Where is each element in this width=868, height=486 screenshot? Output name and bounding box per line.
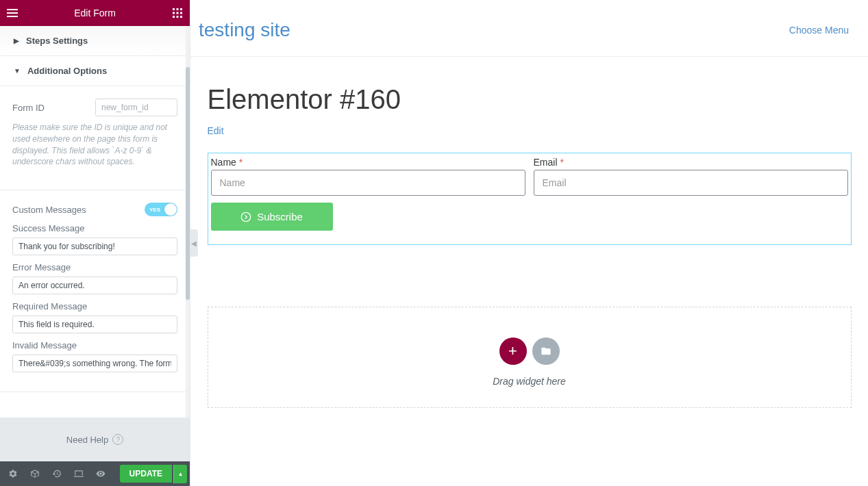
form-id-label: Form ID xyxy=(12,103,45,113)
responsive-icon[interactable] xyxy=(69,463,89,484)
svg-rect-11 xyxy=(180,16,182,18)
site-header: testing site Choose Menu xyxy=(190,0,868,57)
toggle-on-label: YES xyxy=(149,207,160,213)
section-additional-options: ▼ Additional Options Form ID Please make… xyxy=(0,56,190,392)
folder-icon xyxy=(541,346,551,357)
invalid-message-input[interactable] xyxy=(12,355,177,372)
svg-rect-6 xyxy=(173,12,175,14)
svg-rect-10 xyxy=(177,16,179,18)
email-input[interactable] xyxy=(534,170,848,196)
svg-rect-7 xyxy=(177,12,179,14)
error-message-input[interactable] xyxy=(12,277,177,294)
svg-rect-1 xyxy=(7,12,18,14)
history-icon[interactable] xyxy=(47,463,67,484)
drop-zone-hint: Drag widget here xyxy=(208,376,851,387)
success-message-label: Success Message xyxy=(12,223,177,233)
sidebar-collapse-handle[interactable]: ◀ xyxy=(190,229,198,257)
required-message-label: Required Message xyxy=(12,301,177,311)
drop-zone[interactable]: + Drag widget here xyxy=(208,307,852,408)
svg-rect-8 xyxy=(180,12,182,14)
caret-down-icon: ▼ xyxy=(14,67,21,75)
update-options-button[interactable]: ▲ xyxy=(173,465,187,483)
email-label: Email * xyxy=(534,157,564,168)
settings-icon[interactable] xyxy=(3,463,23,484)
need-help-bar[interactable]: Need Help ? xyxy=(0,418,190,461)
page-title: Elementor #160 xyxy=(208,84,852,115)
name-field: Name * xyxy=(211,156,525,196)
form-widget[interactable]: Name * Email * Subscribe xyxy=(208,153,852,245)
help-icon: ? xyxy=(112,434,123,445)
navigator-icon[interactable] xyxy=(25,463,45,484)
sidebar-footer: UPDATE ▲ xyxy=(0,461,190,486)
sidebar-body: ▶ Steps Settings ▼ Additional Options Fo… xyxy=(0,26,190,418)
section-label: Steps Settings xyxy=(26,36,88,46)
preview-area: testing site Choose Menu Elementor #160 … xyxy=(190,0,868,486)
success-message-input[interactable] xyxy=(12,238,177,255)
custom-messages-toggle[interactable]: YES xyxy=(145,203,177,216)
choose-menu-link[interactable]: Choose Menu xyxy=(789,25,849,36)
svg-rect-0 xyxy=(7,9,18,10)
email-field: Email * xyxy=(534,156,848,196)
editor-sidebar: Edit Form ▶ Steps Settings ▼ Additional … xyxy=(0,0,190,486)
form-id-hint: Please make sure the ID is unique and no… xyxy=(12,122,177,168)
sidebar-header: Edit Form xyxy=(0,0,190,26)
svg-rect-4 xyxy=(177,8,179,10)
svg-rect-3 xyxy=(173,8,175,10)
templates-button[interactable] xyxy=(532,337,560,365)
section-label: Additional Options xyxy=(27,66,107,76)
preview-icon[interactable] xyxy=(90,463,111,484)
subscribe-button[interactable]: Subscribe xyxy=(211,203,333,231)
scrollbar-thumb[interactable] xyxy=(186,67,190,300)
site-title[interactable]: testing site xyxy=(199,19,290,41)
custom-messages-label: Custom Messages xyxy=(12,205,86,215)
svg-rect-9 xyxy=(173,16,175,18)
svg-rect-2 xyxy=(7,16,18,17)
svg-point-12 xyxy=(241,212,250,221)
name-input[interactable] xyxy=(211,170,525,196)
need-help-label: Need Help xyxy=(66,435,108,445)
required-message-input[interactable] xyxy=(12,316,177,333)
sidebar-title: Edit Form xyxy=(74,8,116,18)
form-id-input[interactable] xyxy=(95,99,177,116)
menu-icon[interactable] xyxy=(5,6,19,20)
error-message-label: Error Message xyxy=(12,262,177,272)
widgets-icon[interactable] xyxy=(171,6,184,20)
update-button[interactable]: UPDATE xyxy=(120,465,172,483)
edit-link[interactable]: Edit xyxy=(208,125,224,136)
invalid-message-label: Invalid Message xyxy=(12,340,177,350)
svg-rect-5 xyxy=(180,8,182,10)
name-label: Name * xyxy=(211,157,243,168)
section-toggle[interactable]: ▼ Additional Options xyxy=(0,56,190,86)
arrow-circle-icon xyxy=(240,212,251,222)
add-section-button[interactable]: + xyxy=(499,337,527,365)
section-steps-settings[interactable]: ▶ Steps Settings xyxy=(0,26,190,56)
caret-right-icon: ▶ xyxy=(14,37,19,44)
